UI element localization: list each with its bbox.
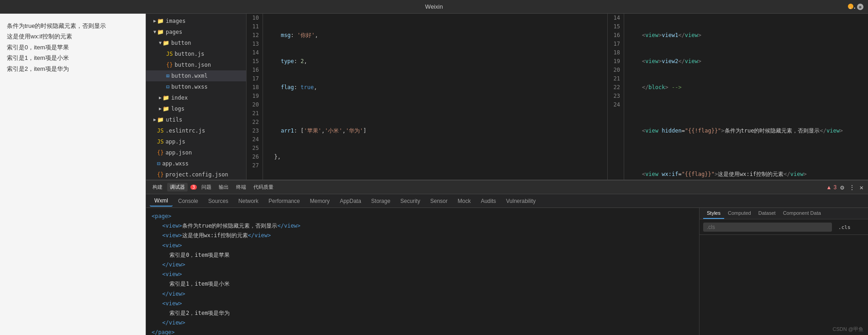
file-tree[interactable]: ▶ 📁 images ▼ 📁 pages ▼ 📁 button	[146, 14, 247, 180]
xml-lines: <view>view1</view> <view>view2</view> </…	[624, 14, 868, 180]
xml-content: 1415161718 1920212223 24 <view>view1</vi…	[608, 14, 868, 180]
xml-line-numbers: 1415161718 1920212223 24	[608, 14, 624, 180]
tree-item-utils[interactable]: ▶ 📁 utils	[146, 114, 246, 125]
devtools-tabs[interactable]: Wxml Console Sources Network Performance…	[146, 194, 868, 208]
tab-wxml[interactable]: Wxml	[150, 196, 173, 207]
tab-audits[interactable]: Audits	[476, 196, 500, 206]
tree-item-logs[interactable]: ▶ 📁 logs	[146, 103, 246, 114]
left-panel: 条件为true的时候隐藏元素，否则显示 这是使用wx:if控制的元素 索引是0，…	[0, 14, 146, 335]
dom-line-text1[interactable]: 索引是0，item项是苹果	[150, 250, 695, 260]
xml-editor[interactable]: 1415161718 1920212223 24 <view>view1</vi…	[608, 14, 868, 180]
tab-console[interactable]: Console	[174, 196, 203, 206]
tab-vulnerability[interactable]: Vulnerability	[501, 196, 540, 206]
dom-line-text3[interactable]: 索引是2，item项是华为	[150, 308, 695, 318]
line-numbers: 1011121314 1516171819 2021222324 252627	[247, 14, 263, 180]
tab-sources[interactable]: Sources	[204, 196, 233, 206]
circle-btn[interactable]: ●	[857, 4, 863, 10]
settings-icon[interactable]: ⚙	[839, 183, 845, 192]
debugger-badge: 3	[190, 185, 197, 190]
tree-item-pages[interactable]: ▼ 📁 pages	[146, 27, 246, 37]
dom-tree-panel[interactable]: <page> <view>条件为true的时候隐藏元素，否则显示</view> …	[146, 208, 699, 335]
toolbar-right: ▲ 3 ⚙ ⋮ ✕	[826, 183, 864, 192]
styles-tab-styles[interactable]: Styles	[703, 208, 724, 219]
tab-performance[interactable]: Performance	[264, 196, 305, 206]
close-devtools-btn[interactable]: ✕	[859, 183, 864, 192]
tree-item-button-json[interactable]: {} button.json	[146, 59, 246, 70]
tree-item-appwxss[interactable]: ⊟ app.wxss	[146, 158, 246, 169]
code-editor[interactable]: 1011121314 1516171819 2021222324 252627 …	[247, 14, 608, 180]
more-icon[interactable]: ⋮	[848, 183, 856, 192]
dom-line-view2[interactable]: <view>这是使用wx:if控制的元素</view>	[150, 231, 695, 240]
error-icon: ▲	[826, 184, 832, 191]
code-lines: msg: '你好', type: 2, flag: true, arr1: ['…	[263, 14, 607, 180]
preview-line-1: 条件为true的时候隐藏元素，否则显示	[7, 21, 139, 31]
dom-line-page-open[interactable]: <page>	[150, 212, 695, 221]
app-title: Weixin	[425, 3, 443, 10]
tree-item-eslintrc[interactable]: JS .eslintrc.js	[146, 125, 246, 136]
dom-line-text2[interactable]: 索引是1，item项是小米	[150, 279, 695, 289]
dom-line-view3-open[interactable]: <view>	[150, 241, 695, 250]
preview-line-5: 索引是2，item项是华为	[7, 64, 139, 74]
dom-line-view4-close[interactable]: </view>	[150, 289, 695, 299]
top-bar: Weixin ··· ●	[0, 0, 868, 14]
preview-line-3: 索引是0，item项是苹果	[7, 42, 139, 53]
dom-line-view5-open[interactable]: <view>	[150, 299, 695, 308]
tree-item-button-js[interactable]: JS button.js	[146, 48, 246, 59]
code-quality-btn[interactable]: 代码质量	[251, 183, 276, 191]
build-btn[interactable]: 构建	[150, 183, 165, 191]
dom-line-view4-open[interactable]: <view>	[150, 270, 695, 279]
tab-memory[interactable]: Memory	[305, 196, 334, 206]
devtools-body: <page> <view>条件为true的时候隐藏元素，否则显示</view> …	[146, 208, 868, 335]
tab-appdata[interactable]: AppData	[335, 196, 366, 206]
styles-tabs[interactable]: Styles Computed Dataset Component Data	[700, 208, 868, 219]
styles-filter-input[interactable]	[703, 223, 832, 232]
tree-item-project-config[interactable]: {} project.config.json	[146, 169, 246, 180]
error-count: 3	[833, 184, 836, 191]
dom-line-page-close[interactable]: </page>	[150, 328, 695, 335]
styles-tab-dataset[interactable]: Dataset	[755, 208, 779, 219]
dom-line-view5-close[interactable]: </view>	[150, 318, 695, 328]
dom-line-view1[interactable]: <view>条件为true的时候隐藏元素，否则显示</view>	[150, 221, 695, 231]
tab-storage[interactable]: Storage	[367, 196, 395, 206]
main-layout: 条件为true的时候隐藏元素，否则显示 这是使用wx:if控制的元素 索引是0，…	[0, 14, 868, 335]
editor-area: ▶ 📁 images ▼ 📁 pages ▼ 📁 button	[146, 14, 868, 180]
preview-line-4: 索引是1，item项是小米	[7, 53, 139, 63]
dom-line-view3-close[interactable]: </view>	[150, 260, 695, 270]
tree-item-button-folder[interactable]: ▼ 📁 button	[146, 37, 246, 48]
styles-tab-computed[interactable]: Computed	[724, 208, 755, 219]
tree-item-appjs[interactable]: JS app.js	[146, 136, 246, 147]
styles-tab-component-data[interactable]: Component Data	[779, 208, 825, 219]
debugger-btn[interactable]: 调试器	[167, 183, 188, 191]
tab-security[interactable]: Security	[396, 196, 425, 206]
output-btn[interactable]: 输出	[216, 183, 231, 191]
devtools-toolbar[interactable]: 构建 调试器 3 问题 输出 终端 代码质量 ▲ 3 ⚙ ⋮ ✕	[146, 181, 868, 194]
tab-mock[interactable]: Mock	[453, 196, 475, 206]
styles-panel: Styles Computed Dataset Component Data .…	[699, 208, 868, 335]
minimize-btn[interactable]: ···	[848, 4, 853, 9]
preview-content: 条件为true的时候隐藏元素，否则显示 这是使用wx:if控制的元素 索引是0，…	[0, 14, 146, 81]
tree-item-button-wxss[interactable]: ⊟ button.wxss	[146, 81, 246, 92]
dom-tree: <page> <view>条件为true的时候隐藏元素，否则显示</view> …	[150, 212, 695, 335]
styles-filter[interactable]: .cls	[700, 219, 868, 235]
terminal-btn[interactable]: 终端	[233, 183, 249, 191]
window-controls[interactable]: ··· ●	[848, 4, 863, 10]
center-area: ▶ 📁 images ▼ 📁 pages ▼ 📁 button	[146, 14, 868, 335]
tree-item-button-wxml[interactable]: ⊞ button.wxml	[146, 70, 246, 81]
code-content: 1011121314 1516171819 2021222324 252627 …	[247, 14, 607, 180]
tab-sensor[interactable]: Sensor	[426, 196, 452, 206]
tree-item-index[interactable]: ▶ 📁 index	[146, 92, 246, 103]
tree-item-appjson[interactable]: {} app.json	[146, 147, 246, 158]
devtools: 构建 调试器 3 问题 输出 终端 代码质量 ▲ 3 ⚙ ⋮ ✕	[146, 180, 868, 335]
error-badge: ▲ 3	[826, 184, 837, 191]
tab-network[interactable]: Network	[234, 196, 263, 206]
tree-item-images[interactable]: ▶ 📁 images	[146, 16, 246, 27]
preview-line-2: 这是使用wx:if控制的元素	[7, 31, 139, 42]
problems-btn[interactable]: 问题	[199, 183, 214, 191]
watermark: CSDN @甲鱼	[833, 326, 863, 333]
